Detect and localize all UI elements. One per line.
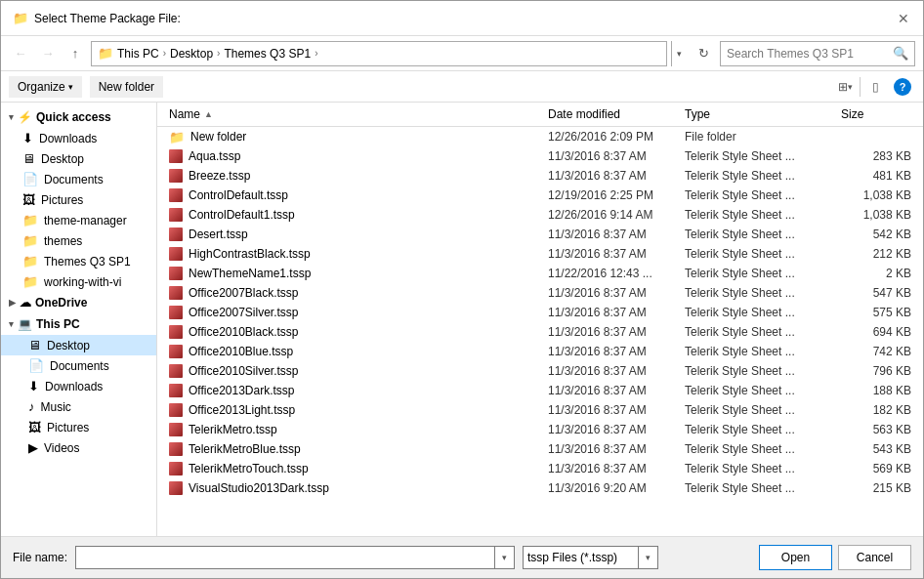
organize-label: Organize: [18, 80, 65, 94]
organize-button[interactable]: Organize ▾: [9, 76, 82, 98]
new-folder-button[interactable]: New folder: [90, 76, 163, 98]
pictures-icon: 🖼: [22, 192, 35, 207]
sidebar-item-videos[interactable]: ▶ Videos: [1, 437, 156, 458]
breadcrumb-this-pc[interactable]: This PC: [117, 47, 159, 61]
sort-arrow-icon: ▲: [204, 109, 213, 119]
table-row[interactable]: Office2007Silver.tssp 11/3/2016 8:37 AM …: [157, 303, 923, 322]
file-type: Telerik Style Sheet ...: [681, 480, 837, 496]
table-row[interactable]: ControlDefault1.tssp 12/26/2016 9:14 AM …: [157, 205, 923, 225]
sidebar-group-onedrive[interactable]: ▶ ☁ OneDrive: [1, 292, 156, 313]
col-header-date[interactable]: Date modified: [544, 105, 681, 123]
filetype-select[interactable]: tssp Files (*.tssp): [523, 546, 639, 569]
open-button[interactable]: Open: [759, 545, 832, 570]
col-header-type[interactable]: Type: [681, 105, 837, 123]
table-row[interactable]: NewThemeName1.tssp 11/22/2016 12:43 ... …: [157, 264, 923, 283]
documents-icon: 📄: [22, 172, 38, 186]
bottom-bar: File name: ▾ tssp Files (*.tssp) ▾ Open …: [1, 536, 923, 578]
filename-input[interactable]: [75, 546, 495, 569]
search-icon: 🔍: [893, 46, 908, 61]
table-row[interactable]: ControlDefault.tssp 12/19/2016 2:25 PM T…: [157, 186, 923, 205]
sidebar-item-pictures[interactable]: 🖼 Pictures: [1, 189, 156, 210]
file-rows: 📁 New folder 12/26/2016 2:09 PM File fol…: [157, 127, 923, 498]
file-type: Telerik Style Sheet ...: [681, 324, 837, 340]
sidebar-item-music[interactable]: ♪ Music: [1, 396, 156, 417]
table-row[interactable]: TelerikMetro.tssp 11/3/2016 8:37 AM Tele…: [157, 420, 923, 439]
sidebar-item-documents[interactable]: 📄 Documents: [1, 169, 156, 189]
expand-arrow-onedrive: ▶: [9, 298, 16, 308]
cancel-button[interactable]: Cancel: [838, 545, 911, 570]
search-input[interactable]: [727, 47, 893, 61]
back-button[interactable]: ←: [9, 42, 32, 65]
breadcrumb-bar[interactable]: 📁 This PC › Desktop › Themes Q3 SP1 ›: [91, 41, 667, 66]
table-row[interactable]: TelerikMetroBlue.tssp 11/3/2016 8:37 AM …: [157, 439, 923, 459]
breadcrumb-sep-3: ›: [315, 48, 317, 59]
filename-dropdown-button[interactable]: ▾: [495, 546, 515, 569]
close-icon[interactable]: ✕: [896, 11, 911, 26]
sidebar-item-theme-manager[interactable]: 📁 theme-manager: [1, 210, 156, 230]
table-row[interactable]: TelerikMetroTouch.tssp 11/3/2016 8:37 AM…: [157, 459, 923, 478]
table-row[interactable]: HighContrastBlack.tssp 11/3/2016 8:37 AM…: [157, 244, 923, 264]
sidebar-item-themes[interactable]: 📁 themes: [1, 230, 156, 251]
help-button[interactable]: ?: [890, 74, 915, 100]
table-row[interactable]: Office2007Black.tssp 11/3/2016 8:37 AM T…: [157, 283, 923, 303]
tssp-file-icon: [169, 188, 183, 202]
breadcrumb-themes-q3[interactable]: Themes Q3 SP1: [224, 47, 311, 61]
table-row[interactable]: 📁 New folder 12/26/2016 2:09 PM File fol…: [157, 127, 923, 146]
sidebar-item-downloads[interactable]: ⬇ Downloads: [1, 128, 156, 148]
file-size: 283 KB: [837, 148, 915, 164]
file-list-container[interactable]: Name ▲ Date modified Type Size 📁 New fol…: [157, 103, 923, 536]
table-row[interactable]: Office2013Light.tssp 11/3/2016 8:37 AM T…: [157, 400, 923, 420]
preview-pane-button[interactable]: ▯: [862, 74, 888, 100]
table-row[interactable]: Desert.tssp 11/3/2016 8:37 AM Telerik St…: [157, 225, 923, 244]
file-date: 11/3/2016 8:37 AM: [544, 168, 681, 184]
expand-arrow-quick-access: ▾: [9, 112, 14, 122]
col-header-size[interactable]: Size: [837, 105, 915, 123]
file-name-cell: Breeze.tssp: [165, 168, 544, 184]
table-row[interactable]: Office2013Dark.tssp 11/3/2016 8:37 AM Te…: [157, 381, 923, 400]
file-name: Office2007Silver.tssp: [189, 306, 299, 319]
sidebar-group-quick-access[interactable]: ▾ ⚡ Quick access: [1, 106, 156, 128]
view-options-button[interactable]: ⊞ ▾: [832, 74, 858, 100]
sidebar-item-working-with[interactable]: 📁 working-with-vi: [1, 271, 156, 292]
sidebar-item-themes-q3[interactable]: 📁 Themes Q3 SP1: [1, 251, 156, 271]
tssp-file-icon: [169, 423, 183, 436]
table-row[interactable]: Office2010Black.tssp 11/3/2016 8:37 AM T…: [157, 322, 923, 342]
table-row[interactable]: VisualStudio2013Dark.tssp 11/3/2016 9:20…: [157, 478, 923, 498]
sidebar-item-working-with-label: working-with-vi: [44, 275, 121, 289]
up-button[interactable]: ↑: [63, 42, 87, 65]
tssp-file-icon: [169, 403, 183, 417]
quick-access-icon: ⚡: [18, 110, 32, 124]
sidebar-item-pictures-pc[interactable]: 🖼 Pictures: [1, 417, 156, 437]
col-header-name[interactable]: Name ▲: [165, 105, 544, 123]
breadcrumb-desktop[interactable]: Desktop: [170, 47, 213, 61]
file-type: Telerik Style Sheet ...: [681, 441, 837, 457]
music-icon: ♪: [28, 399, 35, 414]
file-date: 11/3/2016 8:37 AM: [544, 246, 681, 262]
onedrive-icon: ☁: [20, 296, 31, 310]
table-row[interactable]: Aqua.tssp 11/3/2016 8:37 AM Telerik Styl…: [157, 146, 923, 166]
file-date: 11/3/2016 8:37 AM: [544, 148, 681, 164]
file-size: 215 KB: [837, 480, 915, 496]
sidebar-item-documents-pc[interactable]: 📄 Documents: [1, 355, 156, 376]
address-dropdown-button[interactable]: ▾: [671, 41, 687, 66]
refresh-button[interactable]: ↻: [691, 41, 716, 66]
toolbar-separator: [860, 77, 861, 97]
forward-button[interactable]: →: [36, 42, 60, 65]
sidebar-item-desktop-pc[interactable]: 🖥 Desktop: [1, 335, 156, 355]
folder-icon: 📁: [169, 130, 185, 145]
table-row[interactable]: Office2010Silver.tssp 11/3/2016 8:37 AM …: [157, 361, 923, 381]
sidebar-item-downloads-pc[interactable]: ⬇ Downloads: [1, 376, 156, 396]
table-row[interactable]: Office2010Blue.tssp 11/3/2016 8:37 AM Te…: [157, 342, 923, 361]
table-row[interactable]: Breeze.tssp 11/3/2016 8:37 AM Telerik St…: [157, 166, 923, 186]
file-name: Office2007Black.tssp: [189, 286, 299, 300]
file-name: VisualStudio2013Dark.tssp: [189, 481, 329, 495]
sidebar-group-this-pc[interactable]: ▾ 💻 This PC: [1, 313, 156, 335]
tssp-file-icon: [169, 267, 183, 280]
this-pc-label: This PC: [36, 317, 80, 331]
bottom-buttons: Open Cancel: [759, 545, 911, 570]
title-bar: 📁 Select Theme Package File: ✕: [1, 1, 923, 36]
sidebar-item-desktop[interactable]: 🖥 Desktop: [1, 148, 156, 169]
breadcrumb-sep-2: ›: [217, 48, 220, 59]
filetype-dropdown-button[interactable]: ▾: [639, 546, 658, 569]
file-size: 481 KB: [837, 168, 915, 184]
